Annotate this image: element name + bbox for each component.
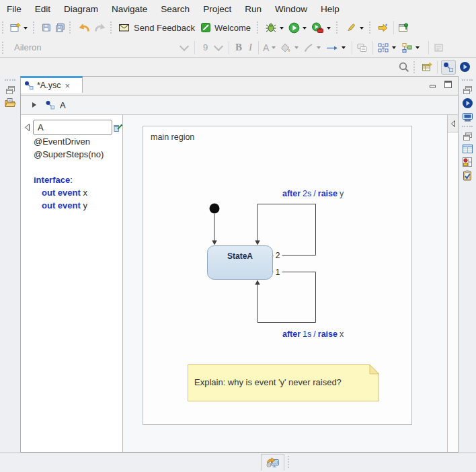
font-size-combo[interactable]: 9: [198, 42, 226, 52]
font-name-combo[interactable]: Aileron: [9, 42, 192, 52]
restore-pane-button[interactable]: [463, 132, 473, 141]
simulation-view-button[interactable]: [462, 97, 473, 109]
collapse-definition-icon[interactable]: [24, 123, 31, 132]
search-button[interactable]: [397, 61, 411, 74]
save-button[interactable]: [40, 22, 52, 34]
tab-close-icon[interactable]: ×: [65, 81, 70, 91]
select-connections-dropdown[interactable]: [392, 46, 396, 51]
font-color-dropdown[interactable]: [272, 46, 276, 51]
simulation-snapshot-button[interactable]: [462, 157, 473, 167]
font-color-button[interactable]: A: [262, 42, 278, 54]
region-label: main region: [151, 132, 194, 142]
note[interactable]: Explain: why is event 'y' never raised?: [188, 365, 379, 401]
debug-button[interactable]: [264, 22, 286, 34]
maximize-icon[interactable]: [444, 80, 452, 89]
menu-navigate[interactable]: Navigate: [105, 4, 154, 14]
menu-run[interactable]: Run: [238, 4, 268, 14]
select-connections-button[interactable]: [376, 42, 399, 54]
debug-dropdown[interactable]: [280, 27, 284, 32]
profile-icon: [311, 22, 324, 34]
redo-button[interactable]: [93, 22, 108, 34]
restore-pane-button[interactable]: [5, 85, 15, 95]
arrow-type-icon: [325, 42, 339, 53]
menu-help[interactable]: Help: [314, 4, 346, 14]
toolbar-separator: [372, 41, 373, 54]
state-a[interactable]: StateA: [208, 246, 273, 280]
zoom-button-partial[interactable]: [433, 42, 444, 54]
fill-color-icon: [280, 42, 292, 53]
diagram-canvas[interactable]: main region 2: [123, 115, 447, 452]
project-explorer-button[interactable]: [4, 97, 16, 108]
profile-button[interactable]: [311, 22, 333, 34]
statechart-name-input[interactable]: [33, 120, 112, 135]
highlighting-dropdown[interactable]: [360, 27, 364, 32]
highlighter-icon: [344, 22, 357, 33]
restore-pane-button[interactable]: [463, 85, 473, 95]
toolbar-separator: [437, 61, 438, 74]
menu-window[interactable]: Window: [268, 4, 314, 14]
highlighting-button[interactable]: [344, 22, 366, 34]
layout-button[interactable]: [400, 42, 422, 54]
layout-dropdown[interactable]: [415, 46, 420, 51]
open-perspective-button[interactable]: [421, 61, 434, 73]
pin-editor-button[interactable]: [397, 22, 410, 34]
expand-palette-button[interactable]: [448, 115, 458, 132]
edit-pin-icon[interactable]: [114, 123, 122, 132]
toolbar-separator: [258, 41, 259, 54]
expand-palette-icon: [450, 120, 457, 128]
run-button[interactable]: [288, 22, 309, 34]
editor-tab-aysc[interactable]: *A.ysc ×: [20, 76, 83, 93]
bold-button[interactable]: B: [232, 42, 245, 53]
welcome-button[interactable]: Welcome: [200, 22, 254, 34]
tasks-view-button[interactable]: [462, 170, 473, 181]
minimize-icon[interactable]: [429, 80, 438, 89]
perspective-modeling-button[interactable]: [441, 60, 456, 75]
console-view-button[interactable]: [462, 112, 473, 122]
state-a-name: StateA: [227, 251, 253, 261]
fill-color-dropdown[interactable]: [294, 46, 299, 51]
menu-edit[interactable]: Edit: [28, 4, 57, 14]
last-edit-location-button[interactable]: [376, 22, 390, 34]
arrow-type-button[interactable]: [325, 42, 348, 54]
breadcrumb-expand-icon[interactable]: [31, 102, 37, 108]
transition-2-label[interactable]: after2s/raisey: [282, 189, 344, 198]
line-color-button[interactable]: [303, 42, 323, 54]
initial-state[interactable]: [210, 204, 220, 214]
menu-file[interactable]: File: [0, 4, 28, 14]
run-dropdown[interactable]: [303, 27, 307, 32]
last-edit-location-icon: [377, 22, 389, 33]
fill-color-button[interactable]: [280, 42, 301, 54]
menu-diagram[interactable]: Diagram: [57, 4, 105, 14]
menu-search[interactable]: Search: [154, 4, 196, 14]
arrow-type-dropdown[interactable]: [342, 46, 346, 51]
progress-button[interactable]: [261, 454, 284, 471]
statechart-file-icon: [45, 100, 55, 110]
new-wizard-button[interactable]: [9, 22, 30, 34]
zoom-icon: [434, 42, 443, 53]
copy-appearance-button[interactable]: [356, 42, 369, 54]
definition-code[interactable]: @EventDriven @SuperSteps(no) interface: …: [34, 135, 104, 212]
send-feedback-button[interactable]: Send Feedback: [118, 22, 198, 34]
toolbar-grip: [413, 61, 417, 73]
editor-content: @EventDriven @SuperSteps(no) interface: …: [21, 115, 458, 452]
toolbar-grip: [336, 22, 340, 34]
statechart-perspective-icon: [443, 62, 454, 73]
toolbar-separator: [428, 41, 429, 54]
breadcrumb-item-a[interactable]: A: [60, 100, 66, 110]
format-toolbar: Aileron 9 B I A: [0, 38, 476, 58]
code-line: @SuperSteps(no): [34, 148, 104, 161]
line-color-dropdown[interactable]: [317, 46, 321, 51]
menu-project[interactable]: Project: [196, 4, 238, 14]
italic-button[interactable]: I: [245, 42, 255, 53]
tab-title: *A.ysc: [37, 81, 61, 90]
new-wizard-dropdown[interactable]: [24, 27, 28, 32]
save-icon: [41, 22, 52, 33]
transition-1-label[interactable]: after1s/raisex: [282, 329, 344, 339]
perspective-simulation-button[interactable]: [457, 59, 473, 75]
undo-button[interactable]: [77, 22, 91, 34]
select-connections-icon: [377, 42, 389, 53]
save-all-button[interactable]: [54, 22, 67, 34]
properties-view-button[interactable]: [462, 144, 473, 154]
send-feedback-label: Send Feedback: [134, 23, 195, 33]
profile-dropdown[interactable]: [327, 27, 331, 32]
